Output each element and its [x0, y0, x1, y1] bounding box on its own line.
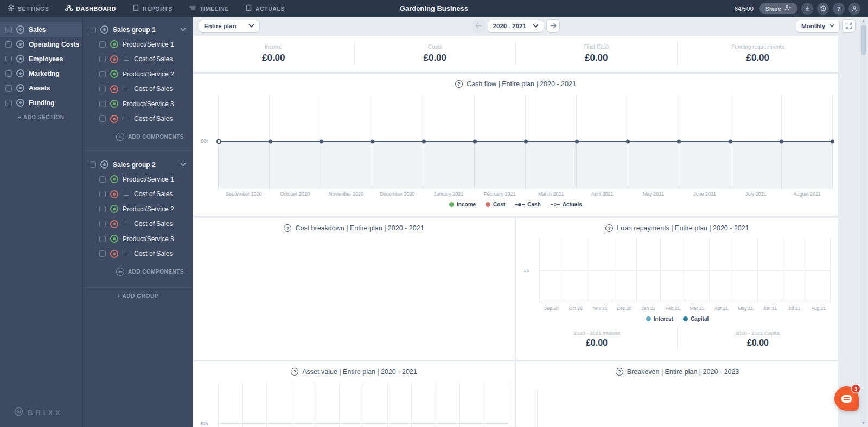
checkbox[interactable]	[5, 70, 12, 77]
checkbox[interactable]	[99, 176, 106, 183]
nav-timeline[interactable]: TIMELINE	[189, 4, 229, 12]
group-sales-group-2: Sales group 2 Product/Service 1 Cost of …	[83, 150, 193, 279]
sidebar-item-employees[interactable]: Employees	[0, 51, 82, 66]
component-label: Product/Service 2	[123, 70, 174, 78]
chevron-down-icon	[829, 24, 834, 28]
sidebar-item-label: Operating Costs	[29, 41, 79, 48]
brixx-logo-mark	[14, 407, 23, 418]
component-row[interactable]: Cost of Sales	[83, 82, 193, 97]
checkbox[interactable]	[5, 56, 12, 62]
component-label: Cost of Sales	[134, 85, 173, 93]
expand-icon	[845, 22, 852, 29]
section-icon	[16, 69, 24, 77]
component-row[interactable]: Cost of Sales	[83, 247, 193, 262]
period-select[interactable]: 2020 - 2021	[488, 20, 544, 33]
nav-label: DASHBOARD	[76, 5, 116, 12]
kpi-label: Costs	[428, 44, 442, 50]
component-row[interactable]: Cost of Sales	[83, 52, 193, 67]
checkbox[interactable]	[5, 100, 12, 106]
component-row[interactable]: Product/Service 2	[83, 202, 193, 217]
tree-connector	[124, 54, 129, 61]
add-group-button[interactable]: + ADD GROUP	[83, 287, 193, 305]
chevron-down-icon[interactable]	[180, 28, 186, 31]
sidebar-item-assets[interactable]: Assets	[0, 81, 82, 95]
chart-title-text: Breakeven | Entire plan | 2020 - 2023	[627, 368, 739, 376]
kpi-value: £0.00	[423, 53, 446, 63]
nav-label: REPORTS	[143, 5, 173, 12]
component-row[interactable]: Product/Service 1	[83, 172, 193, 187]
help-button[interactable]: ?	[833, 3, 845, 15]
checkbox[interactable]	[99, 221, 106, 227]
scrollbar-thumb[interactable]	[861, 25, 866, 55]
next-period-button[interactable]	[546, 19, 560, 33]
checkbox[interactable]	[99, 115, 106, 122]
actuals-start-point	[216, 139, 221, 144]
previous-period-button[interactable]	[472, 19, 486, 33]
checkbox[interactable]	[5, 85, 12, 92]
kpi-label: Income	[265, 44, 283, 50]
sidebar-item-sales[interactable]: Sales	[0, 22, 82, 37]
checkbox[interactable]	[99, 86, 106, 92]
component-row[interactable]: Product/Service 3	[83, 96, 193, 112]
help-circle-icon[interactable]: ?	[455, 80, 463, 88]
chat-widget-button[interactable]: 3	[834, 386, 859, 411]
cost-breakdown-title-row: ? Cost breakdown | Entire plan | 2020 - …	[193, 224, 515, 232]
gear-icon	[8, 4, 15, 12]
checkbox[interactable]	[99, 191, 106, 197]
account-button[interactable]	[848, 3, 860, 15]
component-row[interactable]: Cost of Sales	[83, 217, 193, 232]
component-label: Product/Service 1	[123, 176, 174, 183]
checkbox[interactable]	[99, 206, 106, 212]
scroll-down-chevron-icon[interactable]: ▼	[861, 420, 866, 425]
checkbox[interactable]	[5, 27, 12, 33]
fullscreen-button[interactable]	[842, 19, 856, 33]
checkbox[interactable]	[99, 101, 106, 107]
component-row[interactable]: Product/Service 1	[83, 37, 193, 52]
add-components-button[interactable]: + ADD COMPONENTS	[83, 130, 193, 144]
help-circle-icon[interactable]: ?	[291, 368, 298, 376]
sidebar-item-operating-costs[interactable]: Operating Costs	[0, 37, 82, 51]
checkbox[interactable]	[99, 41, 106, 48]
sidebar-item-label: Employees	[29, 55, 63, 63]
main-nav: SETTINGS DASHBOARD REPORTS TIMELINE ACTU…	[8, 4, 285, 12]
frequency-select[interactable]: Monthly	[796, 20, 840, 33]
nav-settings[interactable]: SETTINGS	[8, 4, 49, 12]
nav-reports[interactable]: REPORTS	[132, 4, 173, 12]
sidebar-item-marketing[interactable]: Marketing	[0, 66, 82, 81]
help-circle-icon[interactable]: ?	[616, 368, 623, 376]
checkbox[interactable]	[99, 71, 106, 77]
add-components-button[interactable]: + ADD COMPONENTS	[83, 264, 193, 279]
checkbox[interactable]	[5, 41, 12, 48]
help-circle-icon[interactable]: ?	[284, 224, 291, 232]
section-icon	[16, 84, 24, 92]
chevron-down-icon[interactable]	[180, 163, 186, 166]
checkbox[interactable]	[99, 250, 106, 257]
scroll-up-chevron-icon[interactable]: ▲	[861, 18, 866, 23]
download-button[interactable]	[801, 3, 813, 15]
component-row[interactable]: Product/Service 3	[83, 231, 193, 247]
nav-actuals[interactable]: ACTUALS	[245, 4, 285, 12]
group-header[interactable]: Sales group 2	[83, 157, 193, 172]
sidebar-item-funding[interactable]: Funding	[0, 95, 82, 110]
checkbox[interactable]	[90, 161, 96, 168]
help-circle-icon[interactable]: ?	[605, 224, 613, 232]
component-label: Product/Service 1	[123, 41, 174, 48]
plan-select[interactable]: Entire plan	[199, 20, 260, 33]
component-row[interactable]: Cost of Sales	[83, 187, 193, 202]
checkbox[interactable]	[90, 27, 96, 33]
vertical-scrollbar[interactable]: ▲ ▼	[860, 18, 866, 425]
open-dot-icon	[551, 203, 560, 206]
share-button[interactable]: Share	[760, 3, 797, 14]
add-section-button[interactable]: + ADD SECTION	[0, 114, 82, 120]
nav-dashboard[interactable]: DASHBOARD	[65, 4, 116, 12]
component-row[interactable]: Cost of Sales	[83, 112, 193, 127]
kpi-income: Income £0.00	[193, 44, 354, 63]
component-row[interactable]: Product/Service 2	[83, 67, 193, 82]
checkbox[interactable]	[99, 236, 106, 242]
dashboard-toolbar: Entire plan 2020 - 2021	[193, 17, 838, 35]
kpi-label: Final Cash	[583, 44, 609, 50]
history-button[interactable]	[817, 3, 829, 15]
group-header[interactable]: Sales group 1	[83, 22, 193, 37]
asset-plot-area: £0k	[218, 383, 508, 427]
checkbox[interactable]	[99, 56, 106, 62]
